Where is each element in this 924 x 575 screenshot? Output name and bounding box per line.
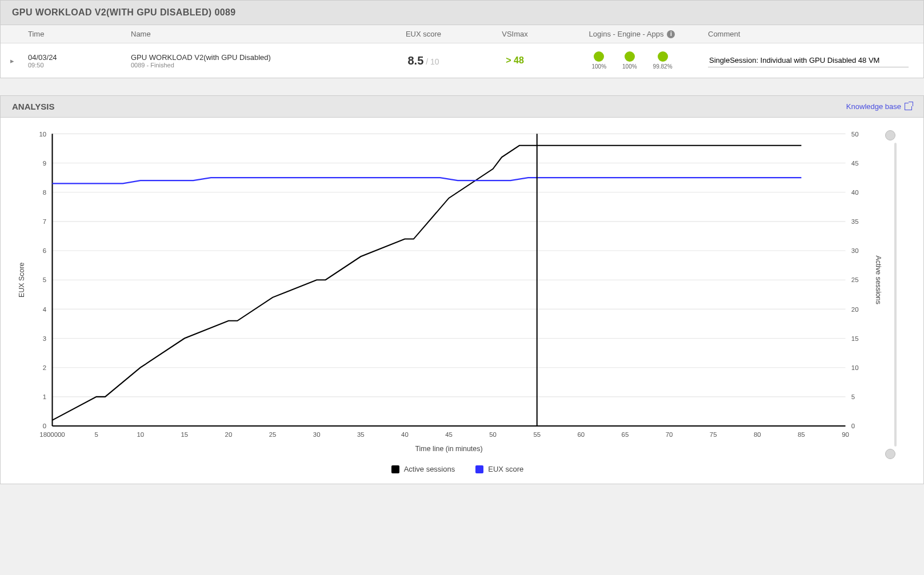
table-header: Time Name EUX score VSImax Logins - Engi… [1,25,923,43]
svg-text:75: 75 [710,431,717,438]
svg-text:20: 20 [225,431,233,438]
chart-canvas[interactable]: 0123456789100510152025303540455018000005… [11,128,887,459]
svg-text:25: 25 [851,276,859,283]
svg-text:45: 45 [851,160,859,167]
svg-text:30: 30 [851,247,859,254]
analysis-title: ANALYSIS [12,102,54,111]
svg-text:85: 85 [798,431,805,438]
svg-text:70: 70 [666,431,673,438]
chart-legend: Active sessions EUX score [11,465,904,473]
vsimax-value: > 48 [469,53,561,68]
svg-text:5: 5 [43,276,46,283]
svg-text:30: 30 [313,431,321,438]
svg-text:0: 0 [43,423,46,429]
col-vsimax: VSImax [469,27,561,41]
svg-text:10: 10 [39,131,47,138]
svg-text:3: 3 [43,335,46,342]
svg-text:1800000: 1800000 [39,431,65,438]
analysis-chart: 0123456789100510152025303540455018000005… [0,118,924,484]
legend-eux-score[interactable]: EUX score [475,465,523,473]
run-name-sub: 0089 - Finished [131,62,373,69]
range-slider[interactable] [887,128,904,459]
svg-text:EUX Score: EUX Score [18,262,26,297]
knowledge-base-link[interactable]: Knowledge base [846,102,912,111]
svg-text:90: 90 [842,431,849,438]
slider-track[interactable] [894,143,897,447]
col-time: Time [23,27,126,41]
eux-score: 8.5 / 10 [378,52,469,70]
run-name: GPU WORKLOAD V2(with GPU Disabled) [131,53,373,62]
svg-text:Active sessions: Active sessions [874,255,882,304]
external-link-icon [905,103,912,110]
col-logins: Logins - Engine - Apps i [561,27,703,41]
svg-text:80: 80 [754,431,761,438]
svg-text:0: 0 [851,423,855,429]
svg-text:50: 50 [851,131,859,138]
slider-handle-top[interactable] [885,130,895,140]
svg-text:4: 4 [43,306,46,313]
svg-text:10: 10 [851,364,859,371]
svg-text:Time line (in minutes): Time line (in minutes) [415,445,482,453]
svg-text:5: 5 [94,431,98,438]
svg-text:35: 35 [851,218,859,225]
status-dots: 100% 100% 99.82% [561,49,703,72]
status-dot-icon [658,51,668,62]
run-date: 04/03/24 [28,53,122,62]
status-dot-icon [594,51,604,62]
svg-text:7: 7 [43,218,46,225]
svg-text:20: 20 [851,306,859,313]
col-eux: EUX score [378,27,469,41]
svg-text:10: 10 [137,431,144,438]
square-icon [475,465,483,473]
svg-text:40: 40 [401,431,409,438]
svg-text:55: 55 [533,431,541,438]
svg-text:9: 9 [43,160,46,167]
page-title: GPU WORKLOAD V2(WITH GPU DISABLED) 0089 [0,0,924,25]
run-table: Time Name EUX score VSImax Logins - Engi… [0,25,924,78]
svg-text:15: 15 [181,431,189,438]
info-icon[interactable]: i [667,30,675,38]
slider-handle-bottom[interactable] [885,449,895,459]
svg-text:50: 50 [489,431,497,438]
svg-text:40: 40 [851,189,859,196]
expand-row-button[interactable]: ▸ [1,54,23,67]
col-comment: Comment [703,27,923,41]
svg-text:45: 45 [445,431,453,438]
svg-text:1: 1 [43,393,46,400]
svg-text:5: 5 [851,393,855,400]
run-time: 09:50 [28,62,122,69]
square-icon [391,465,399,473]
legend-active-sessions[interactable]: Active sessions [391,465,455,473]
svg-text:60: 60 [578,431,585,438]
svg-text:25: 25 [269,431,277,438]
comment-input[interactable] [708,54,909,67]
col-name: Name [126,27,378,41]
svg-text:6: 6 [43,247,46,254]
status-engine: 100% [622,51,637,70]
svg-text:65: 65 [622,431,629,438]
status-logins: 100% [591,51,606,70]
table-row: ▸ 04/03/24 09:50 GPU WORKLOAD V2(with GP… [1,43,923,78]
chevron-right-icon: ▸ [10,57,14,65]
svg-text:15: 15 [851,335,859,342]
svg-text:2: 2 [43,364,46,371]
status-dot-icon [625,51,635,62]
svg-text:35: 35 [357,431,365,438]
svg-text:8: 8 [43,189,46,196]
status-apps: 99.82% [653,51,673,70]
